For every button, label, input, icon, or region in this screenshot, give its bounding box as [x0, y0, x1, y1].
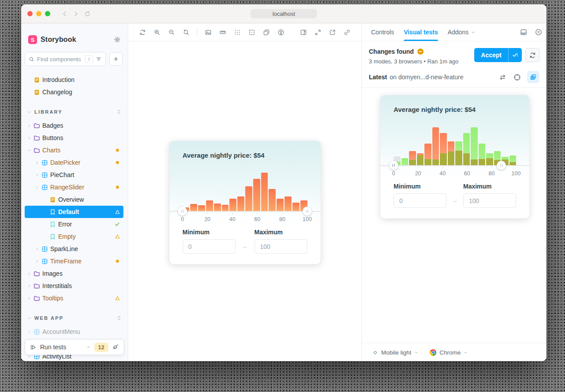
zoom-out-icon[interactable] [168, 29, 175, 36]
toggle-diff-button[interactable] [527, 71, 539, 83]
background-icon[interactable] [205, 29, 212, 36]
story-overview[interactable]: Overview [25, 193, 123, 206]
outline-icon[interactable] [249, 29, 255, 36]
accept-button[interactable]: Accept [474, 48, 522, 62]
collapse-expand-icon[interactable] [116, 109, 122, 115]
address-bar[interactable]: localhost [250, 9, 317, 18]
story-error[interactable]: Error [25, 218, 123, 230]
node-sparkline[interactable]: SparkLine [25, 243, 123, 255]
chevron-right-icon[interactable] [35, 161, 39, 165]
viewports-icon[interactable] [263, 29, 270, 36]
zoom-in-icon[interactable] [154, 29, 160, 36]
chevron-right-icon[interactable] [35, 185, 39, 189]
filter-icon[interactable] [96, 56, 102, 62]
accessibility-icon[interactable] [278, 29, 284, 36]
chevron-up-icon[interactable] [86, 345, 91, 349]
histogram-bar [269, 189, 276, 211]
histogram-diff-bar [432, 127, 439, 165]
tree-item-label: Introduction [42, 76, 74, 83]
minimum-input[interactable] [394, 193, 446, 208]
tree-item-label: Tooltips [42, 295, 63, 302]
minimize-window-button[interactable] [36, 11, 41, 16]
story-empty[interactable]: Empty [25, 230, 123, 243]
transfer-icon[interactable] [499, 74, 506, 81]
story-changelog[interactable]: Changelog [25, 86, 123, 98]
browser-selector[interactable]: Chrome [430, 349, 468, 356]
story-introduction[interactable]: Introduction [25, 74, 123, 86]
collapse-expand-icon[interactable] [116, 315, 122, 321]
node-tooltips[interactable]: Tooltips [25, 292, 123, 304]
slider-handle-max[interactable] [303, 207, 312, 216]
run-tests-button[interactable]: Run tests 12 [25, 339, 124, 355]
chevron-down-icon[interactable] [27, 110, 31, 114]
axis-tick [442, 167, 443, 168]
tab-addons[interactable]: Addons [443, 23, 480, 41]
node-rangeslider[interactable]: RangeSlider [25, 181, 123, 193]
back-icon[interactable] [61, 11, 68, 17]
chevron-right-icon[interactable] [27, 296, 31, 300]
chevron-right-icon[interactable] [35, 247, 39, 251]
forward-icon[interactable] [73, 11, 79, 17]
changed-dot-icon [116, 260, 119, 263]
diff-segment-removed [448, 141, 455, 152]
fullscreen-icon[interactable] [315, 29, 321, 36]
node-timeframe[interactable]: TimeFrame [25, 255, 123, 267]
maximum-input[interactable] [254, 239, 307, 254]
node-piechart[interactable]: PieChart [25, 169, 123, 181]
section-header-library[interactable]: LIBRARY [25, 105, 123, 118]
node-accountmenu[interactable]: AccountMenu [25, 325, 123, 338]
slider-handle-min[interactable] [389, 161, 398, 170]
slider-handle-min[interactable] [178, 207, 187, 216]
measure-icon[interactable] [219, 29, 226, 36]
chevron-right-icon[interactable] [35, 259, 39, 263]
zoom-reset-icon[interactable] [183, 29, 190, 36]
node-charts[interactable]: Charts [25, 144, 123, 156]
chevron-down-icon[interactable] [27, 148, 31, 152]
remount-icon[interactable] [139, 29, 146, 36]
panel-right-icon[interactable] [300, 29, 307, 36]
search-input[interactable]: Find components / [25, 52, 106, 66]
rerun-tests-button[interactable] [525, 48, 539, 62]
minimum-input[interactable] [182, 239, 235, 254]
slider-handle-max[interactable] [497, 161, 506, 170]
folder-icon [33, 270, 40, 277]
chevron-right-icon[interactable] [35, 173, 39, 177]
chevron-right-icon[interactable] [27, 330, 31, 334]
tab-visual-tests[interactable]: Visual tests [399, 23, 443, 41]
story-default[interactable]: Default [25, 206, 123, 218]
panel-bottom-icon[interactable] [520, 29, 527, 36]
chevron-right-icon[interactable] [27, 272, 31, 276]
diff-segment-olive [432, 159, 439, 165]
tree-item-label: Interstitials [42, 282, 72, 289]
node-images[interactable]: Images [25, 267, 123, 280]
create-story-button[interactable] [109, 52, 123, 66]
close-window-button[interactable] [27, 11, 33, 16]
chevron-right-icon[interactable] [27, 124, 31, 128]
reload-icon[interactable] [84, 11, 91, 17]
tree-item-label: Overview [58, 196, 84, 203]
section-header-web-app[interactable]: WEB APP [25, 311, 123, 325]
mode-selector[interactable]: Mobile light [372, 349, 418, 356]
link-icon[interactable] [344, 29, 350, 36]
node-datepicker[interactable]: DatePicker [25, 156, 123, 169]
accept-batch-button[interactable] [509, 48, 522, 62]
histogram-diff-bar [448, 141, 455, 165]
chevron-down-icon[interactable] [27, 316, 31, 320]
component-icon [41, 246, 48, 252]
node-badges[interactable]: Badges [25, 119, 123, 132]
sweep-icon[interactable] [112, 344, 119, 351]
chevron-right-icon[interactable] [27, 284, 31, 288]
settings-gear-icon[interactable] [114, 36, 121, 43]
node-buttons[interactable]: Buttons [25, 132, 123, 144]
diff-segment-olive [409, 160, 416, 165]
chevron-right-icon[interactable] [27, 136, 31, 140]
storybook-logo[interactable]: S [28, 35, 37, 44]
grid-icon[interactable] [234, 29, 241, 36]
target-icon[interactable] [513, 74, 521, 81]
close-icon[interactable] [535, 29, 542, 36]
maximize-window-button[interactable] [45, 11, 50, 16]
tab-controls[interactable]: Controls [366, 23, 399, 41]
maximum-input[interactable] [463, 193, 516, 208]
new-tab-icon[interactable] [329, 29, 336, 36]
node-interstitials[interactable]: Interstitials [25, 280, 123, 292]
